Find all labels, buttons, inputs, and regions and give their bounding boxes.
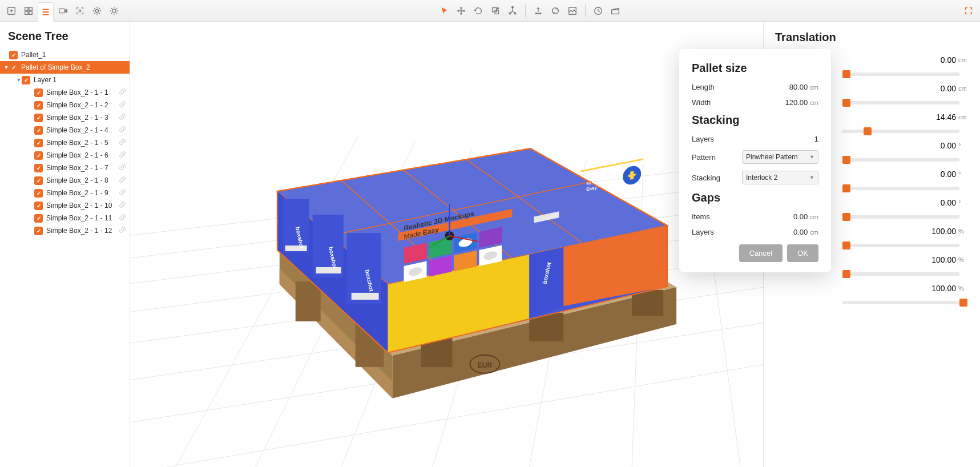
- prop-slider[interactable]: [842, 272, 959, 276]
- prop-value[interactable]: 100.00: [916, 227, 956, 236]
- tree-item[interactable]: Simple Box_2 - 1 - 7: [0, 162, 130, 174]
- cancel-button[interactable]: Cancel: [739, 244, 783, 262]
- link-icon[interactable]: [119, 100, 126, 110]
- tree-item[interactable]: Simple Box_2 - 1 - 8: [0, 174, 130, 187]
- visibility-checkbox[interactable]: [9, 51, 18, 59]
- tree-item[interactable]: Pallet_1: [0, 49, 130, 61]
- tree-twist-icon[interactable]: ▼: [3, 65, 9, 70]
- visibility-checkbox[interactable]: [34, 101, 43, 110]
- prop-slider[interactable]: [842, 187, 959, 190]
- chevron-down-icon: ▼: [809, 175, 814, 180]
- link-icon[interactable]: [119, 176, 126, 185]
- ok-button[interactable]: OK: [787, 244, 818, 262]
- tree-twist-icon[interactable]: ▼: [16, 77, 22, 83]
- scale-icon[interactable]: [487, 3, 503, 19]
- floor-icon[interactable]: [530, 3, 546, 19]
- camera-icon[interactable]: [55, 3, 71, 19]
- tree-item[interactable]: ▼Pallet of Simple Box_2: [0, 61, 130, 74]
- prop-unit: °: [958, 142, 971, 149]
- rotate-icon[interactable]: [470, 3, 486, 19]
- tree-item[interactable]: Simple Box_2 - 1 - 5: [0, 136, 130, 149]
- prop-value[interactable]: 0.00: [916, 198, 956, 207]
- width-label: Width: [692, 98, 785, 107]
- prop-unit: cm: [958, 114, 971, 120]
- pivot-icon[interactable]: [505, 3, 521, 19]
- link-icon[interactable]: [119, 201, 126, 210]
- link-icon[interactable]: [119, 226, 126, 235]
- grid-icon[interactable]: [21, 3, 37, 19]
- tree-item[interactable]: Simple Box_2 - 1 - 6: [0, 149, 130, 162]
- length-value[interactable]: 80.00: [789, 83, 808, 91]
- width-value[interactable]: 120.00: [785, 98, 808, 107]
- visibility-checkbox[interactable]: [34, 202, 43, 210]
- add-icon[interactable]: [3, 3, 19, 19]
- visibility-checkbox[interactable]: [34, 126, 43, 135]
- link-icon[interactable]: [119, 163, 126, 172]
- visibility-checkbox[interactable]: [34, 151, 43, 160]
- prop-value[interactable]: 0.00: [916, 170, 956, 179]
- scene-tree-panel: Scene Tree Pallet_1▼Pallet of Simple Box…: [0, 22, 130, 467]
- chevron-down-icon: ▼: [809, 154, 814, 160]
- move-icon[interactable]: [453, 3, 469, 19]
- link-icon[interactable]: [119, 214, 126, 223]
- prop-unit: %: [958, 228, 971, 235]
- visibility-checkbox[interactable]: [34, 139, 43, 147]
- prop-slider[interactable]: [842, 215, 959, 219]
- visibility-checkbox[interactable]: [34, 189, 43, 198]
- prop-slider[interactable]: [842, 244, 959, 247]
- layers-value[interactable]: 1: [814, 135, 818, 143]
- tree-item[interactable]: Simple Box_2 - 1 - 1: [0, 86, 130, 99]
- tree-item[interactable]: Simple Box_2 - 1 - 11: [0, 212, 130, 224]
- link-icon[interactable]: [119, 88, 126, 97]
- link-icon[interactable]: [119, 138, 126, 147]
- visibility-checkbox[interactable]: [34, 88, 43, 97]
- prop-slider[interactable]: [842, 158, 959, 162]
- link-icon[interactable]: [119, 113, 126, 122]
- visibility-checkbox[interactable]: [34, 214, 43, 223]
- focus-icon[interactable]: [72, 3, 88, 19]
- tree-item[interactable]: Simple Box_2 - 1 - 9: [0, 187, 130, 199]
- tree-item-label: Simple Box_2 - 1 - 4: [46, 126, 108, 134]
- gap-layers-value[interactable]: 0.00: [793, 228, 808, 236]
- stacking-select[interactable]: Interlock 2▼: [742, 171, 818, 184]
- prop-slider[interactable]: [842, 101, 959, 104]
- prop-slider[interactable]: [842, 301, 959, 304]
- prop-slider[interactable]: [842, 130, 959, 133]
- fullscreen-icon[interactable]: [961, 3, 977, 19]
- visibility-checkbox[interactable]: [9, 63, 18, 72]
- tree-item[interactable]: Simple Box_2 - 1 - 2: [0, 99, 130, 111]
- tree-item[interactable]: Simple Box_2 - 1 - 4: [0, 124, 130, 136]
- prop-value[interactable]: 100.00: [916, 284, 956, 293]
- gear-icon[interactable]: [89, 3, 105, 19]
- list-icon[interactable]: [38, 2, 54, 22]
- sun-icon[interactable]: [106, 3, 122, 19]
- tree-item[interactable]: Simple Box_2 - 1 - 3: [0, 111, 130, 124]
- snapshot-icon[interactable]: [564, 3, 580, 19]
- visibility-checkbox[interactable]: [34, 176, 43, 185]
- link-icon[interactable]: [119, 126, 126, 135]
- tree-item[interactable]: Simple Box_2 - 1 - 12: [0, 224, 130, 237]
- tree-item[interactable]: Simple Box_2 - 1 - 10: [0, 199, 130, 212]
- prop-value[interactable]: 0.00: [916, 55, 956, 65]
- link-icon[interactable]: [119, 151, 126, 160]
- prop-value[interactable]: 14.46: [916, 112, 956, 122]
- cursor-icon[interactable]: [436, 3, 452, 19]
- visibility-checkbox[interactable]: [34, 114, 43, 122]
- prop-slider[interactable]: [842, 73, 959, 76]
- visibility-checkbox[interactable]: [34, 227, 43, 235]
- recycle-icon[interactable]: [547, 3, 563, 19]
- tree-item[interactable]: ▼Layer 1: [0, 74, 130, 86]
- dialog-title-stacking: Stacking: [692, 114, 818, 127]
- visibility-checkbox[interactable]: [22, 76, 30, 84]
- pattern-select[interactable]: Pinwheel Pattern▼: [742, 150, 818, 164]
- gap-items-value[interactable]: 0.00: [793, 212, 808, 221]
- prop-value[interactable]: 0.00: [916, 141, 956, 150]
- prop-value[interactable]: 100.00: [916, 255, 956, 264]
- visibility-checkbox[interactable]: [34, 164, 43, 172]
- viewport-3d[interactable]: EPAL EUR boxshot boxshot: [130, 22, 763, 467]
- clapper-icon[interactable]: [607, 3, 623, 19]
- link-icon[interactable]: [119, 188, 126, 198]
- prop-value[interactable]: 0.00: [916, 84, 956, 93]
- clock-icon[interactable]: [590, 3, 606, 19]
- layers-label: Layers: [692, 135, 814, 143]
